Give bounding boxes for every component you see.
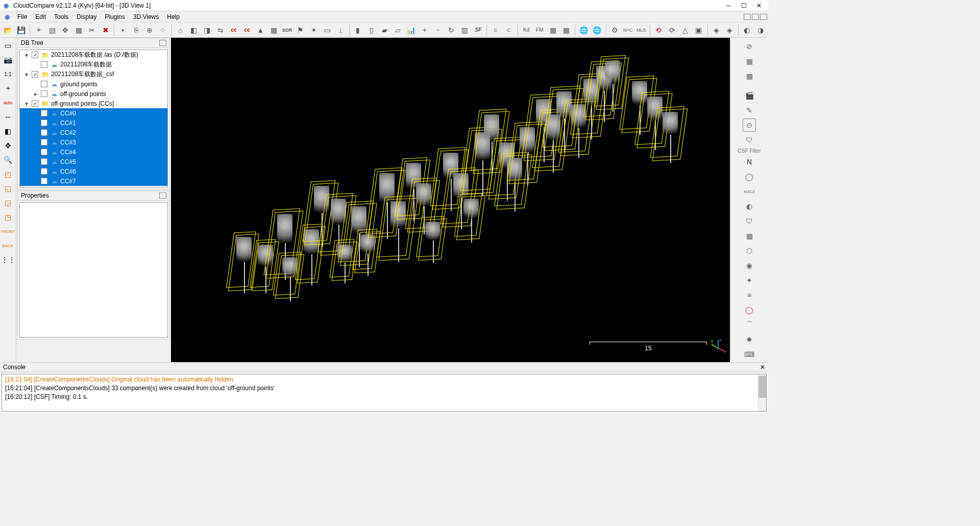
tree-row[interactable]: ☁20211208车载数据 [20,60,167,69]
close-button[interactable]: ✕ [752,1,766,10]
tree-row[interactable]: ✓☁CC#6 [20,166,167,176]
save-icon[interactable]: 💾 [15,23,28,37]
view-bottom-icon[interactable]: ◱ [2,182,15,195]
gear-icon[interactable]: ⚙ [608,23,621,37]
dbtree-header[interactable]: DB Tree [18,38,169,48]
plugin-pcv-icon[interactable]: ◐ [743,200,756,213]
canupo-classify-icon[interactable]: C [502,23,515,37]
checkbox[interactable]: ✓ [41,168,47,175]
plugin-compass-icon[interactable]: ⊙ [743,118,756,132]
sor-icon[interactable]: SOR [281,23,293,37]
view-auto-icon[interactable]: auto [2,96,15,109]
checkbox[interactable]: ✓ [41,119,47,126]
view-persp-icon[interactable]: ▭ [2,39,15,52]
val2sf-icon[interactable]: ▯ [365,23,378,37]
histogram-icon[interactable]: ▮ [352,23,364,37]
checkbox[interactable]: ✓ [41,158,47,165]
console-scrollbar[interactable] [758,374,766,411]
camera-icon[interactable]: ▭ [321,23,334,37]
view-front-icon[interactable]: FRONT [2,225,15,238]
plugin-layers-icon[interactable]: ≡ [743,289,756,302]
checkbox[interactable]: ✓ [32,52,38,58]
globe2-icon[interactable]: 🌐 [591,23,603,37]
plugin-csf-icon[interactable]: 🛡 [743,133,756,147]
menu-3dviews[interactable]: 3D Views [129,12,163,21]
console-close-button[interactable]: ✕ [760,364,765,371]
view-move-icon[interactable]: ✥ [2,139,15,152]
plugin-shield-icon[interactable]: 🛡 [743,214,756,228]
maximize-button[interactable]: ☐ [737,1,751,10]
plugin-canupo-icon[interactable]: ▩ [743,69,756,83]
menu-plugins[interactable]: Plugins [101,12,129,21]
sf-icon[interactable]: SF [472,23,484,37]
view-back-icon[interactable]: BACK [2,239,15,252]
mdi-maximize-button[interactable] [752,14,759,20]
tree-row[interactable]: ✓☁CC#4 [20,147,167,157]
plugin-broom-icon[interactable]: ▦ [743,55,756,68]
tree-row[interactable]: ▾✓📁20211208车载数据_csf [20,69,167,79]
view-1to1-icon[interactable]: 1:1 [2,67,15,81]
tool-extra2-icon[interactable]: ◈ [723,23,736,37]
properties-header[interactable]: Properties [18,191,169,201]
rasterize-icon[interactable]: ▦ [267,23,280,37]
plugin-animation-icon[interactable]: ⊘ [743,40,756,53]
cc2-icon[interactable]: cc [241,23,254,37]
clone-icon[interactable]: ⎘ [130,23,142,37]
expand-icon[interactable]: ▾ [23,52,30,59]
plugin-normals-icon[interactable]: N [743,155,756,169]
menu-help[interactable]: Help [163,12,184,21]
checkbox[interactable]: ✓ [32,71,38,78]
pick-icon[interactable]: ⌖ [32,23,45,37]
minimize-button[interactable]: ─ [721,1,736,10]
tree-row[interactable]: ▾✓📁off-ground points [CCs] [20,99,167,108]
3d-viewport[interactable]: 15 Z X Y [171,38,730,362]
tree-row[interactable]: ✓☁CC#2 [20,128,167,137]
label-icon[interactable]: ⚑ [294,23,307,37]
translate-icon[interactable]: ✥ [59,23,72,37]
tool-extra4-icon[interactable]: ◑ [754,23,767,37]
tree-row[interactable]: ▾✓📁20211208车载数据.las (D:/数据) [20,50,167,60]
properties-float-button[interactable] [159,193,166,199]
convert-icon[interactable]: ↻ [445,23,458,37]
view-right-icon[interactable]: ◳ [2,210,15,224]
checkbox[interactable]: ✓ [32,100,38,107]
globe1-icon[interactable]: 🌐 [577,23,590,37]
console-body[interactable]: [16:21:04] [CreateComponentsClouds] Orig… [2,374,767,412]
clip-icon[interactable]: ▣ [692,23,705,37]
minus-icon[interactable]: － [432,23,445,37]
view-rotate-icon[interactable]: ↔ [2,110,15,124]
mdi-close-button[interactable] [760,14,767,20]
kd-icon[interactable]: Kd [520,23,533,37]
plus-icon[interactable]: ＋ [419,23,431,37]
checkbox[interactable]: ✓ [41,149,47,155]
tree-row[interactable]: ☁ground points [20,79,167,89]
dbtree-float-button[interactable] [159,40,166,46]
seg2-icon[interactable]: ⟲ [652,23,665,37]
mesh-icon[interactable]: △ [679,23,692,37]
arith-icon[interactable]: 📊 [405,23,418,37]
checkbox[interactable]: ✓ [41,178,47,184]
camera-snapshot-icon[interactable]: 📷 [2,53,15,66]
view-iso-icon[interactable]: ⋮⋮ [2,253,15,267]
zoom-icon[interactable]: 🔍 [2,153,15,166]
plugin-grid-icon[interactable]: ▦ [743,229,756,243]
plugin-rgb-icon[interactable]: ◉ [743,259,756,272]
pair-icon[interactable]: ⇆ [214,23,227,37]
tree-row[interactable]: ✓☁CC#1 [20,118,167,128]
cross-section-icon[interactable]: ✂ [86,23,99,37]
fm-icon[interactable]: FM [533,23,546,37]
nc-icon[interactable]: N+C [622,23,634,37]
gblsensor-icon[interactable]: ✶ [307,23,320,37]
gradient-icon[interactable]: ▰ [378,23,391,37]
mdi-minimize-button[interactable] [744,14,751,20]
plugin-keyboard-icon[interactable]: ⌨ [743,348,756,361]
checkbox[interactable]: ✓ [41,139,47,146]
raster-icon[interactable]: ▦ [547,23,559,37]
menu-file[interactable]: File [13,12,31,21]
plugin-ransac-icon[interactable]: ✦ [743,274,756,287]
mls-icon[interactable]: MLS [635,23,648,37]
expand-icon[interactable]: ▾ [23,100,30,107]
plugin-arch-icon[interactable]: ⌒ [743,318,756,331]
plugin-clapperboard-icon[interactable]: 🎬 [743,89,756,102]
merge-icon[interactable]: ⊕ [143,23,156,37]
